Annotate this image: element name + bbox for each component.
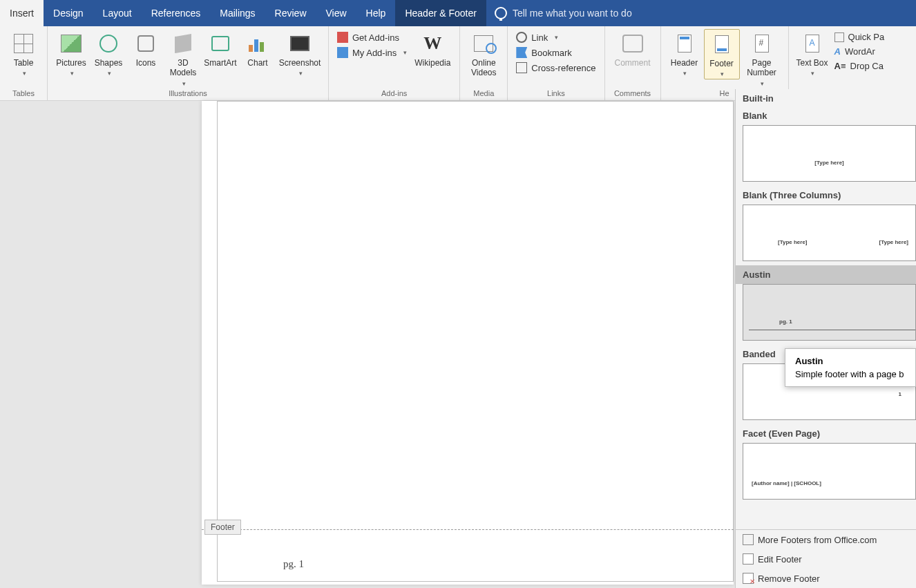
link-button[interactable]: Link▾	[513, 30, 598, 44]
tab-review[interactable]: Review	[265, 0, 316, 26]
text-box-button[interactable]: Text Box	[794, 29, 830, 78]
group-illustrations: Pictures Shapes Icons 3D Models SmartArt…	[48, 26, 329, 100]
online-videos-button[interactable]: Online Videos	[466, 29, 502, 78]
group-links: Link▾ Bookmark Cross-reference Links	[508, 26, 604, 100]
bookmark-button[interactable]: Bookmark	[513, 46, 598, 59]
gallery-icon	[743, 534, 754, 545]
screenshot-button[interactable]: Screenshot	[277, 29, 323, 78]
3d-models-button[interactable]: 3D Models	[165, 29, 201, 88]
chart-button[interactable]: Chart	[240, 29, 276, 68]
group-tables: Table Tables	[0, 26, 48, 100]
tell-me-wrap	[486, 0, 673, 26]
video-icon	[474, 35, 493, 52]
quick-parts-icon	[834, 32, 844, 42]
header-icon	[678, 35, 691, 53]
icons-icon	[137, 35, 154, 52]
austin-tooltip: Austin Simple footer with a page b	[785, 348, 916, 387]
preview-austin: pg. 1	[743, 284, 916, 341]
quick-parts-button[interactable]: Quick Pa	[832, 30, 888, 44]
group-comments: Comment Comments	[605, 26, 661, 100]
remove-icon	[743, 573, 754, 584]
edit-footer-button[interactable]: Edit Footer	[736, 549, 916, 569]
preview-blank-3col: [Type here] [Type here]	[743, 205, 916, 261]
tab-design[interactable]: Design	[44, 0, 93, 26]
cross-reference-button[interactable]: Cross-reference	[513, 61, 598, 75]
tab-insert[interactable]: Insert	[0, 0, 44, 26]
footer-button[interactable]: Footer	[704, 29, 740, 79]
header-button[interactable]: Header	[667, 29, 703, 78]
cross-ref-icon	[516, 62, 527, 73]
remove-footer-button[interactable]: Remove Footer	[736, 569, 916, 588]
wordart-icon: A	[834, 46, 841, 57]
table-icon	[14, 34, 33, 53]
shapes-icon	[99, 35, 117, 53]
tab-strip: Insert Design Layout References Mailings…	[0, 0, 916, 26]
group-links-label: Links	[513, 89, 598, 100]
footer-gallery: Built-in Blank [Type here] Blank (Three …	[735, 89, 916, 588]
table-label: Table	[14, 58, 34, 68]
comment-button[interactable]: Comment	[611, 29, 655, 68]
gallery-footer-commands: More Footers from Office.com Edit Footer…	[736, 529, 916, 588]
wikipedia-icon: W	[423, 32, 441, 54]
lightbulb-icon	[495, 7, 507, 19]
smartart-icon	[211, 36, 229, 51]
text-box-icon	[805, 35, 819, 53]
footer-boundary	[202, 529, 734, 530]
smartart-button[interactable]: SmartArt	[202, 29, 238, 68]
document-page[interactable]: pg. 1	[202, 101, 734, 585]
page-number-text: pg. 1	[283, 558, 304, 570]
tab-references[interactable]: References	[142, 0, 211, 26]
link-icon	[516, 32, 527, 43]
group-tables-label: Tables	[6, 89, 41, 100]
tell-me-input[interactable]	[513, 8, 665, 19]
gallery-item-austin[interactable]: Austin pg. 1	[736, 265, 916, 345]
group-comments-label: Comments	[611, 89, 655, 100]
tab-mailings[interactable]: Mailings	[210, 0, 265, 26]
gallery-item-blank[interactable]: Blank [Type here]	[736, 106, 916, 186]
chart-icon	[249, 35, 267, 52]
wordart-button[interactable]: AWordAr	[832, 45, 888, 58]
wikipedia-button[interactable]: WWikipedia	[411, 29, 454, 68]
icons-button[interactable]: Icons	[128, 29, 164, 68]
tab-help[interactable]: Help	[356, 0, 396, 26]
tab-layout[interactable]: Layout	[93, 0, 142, 26]
group-addins: Get Add-ins My Add-ins▾ WWikipedia Add-i…	[329, 26, 460, 100]
pictures-icon	[61, 35, 82, 53]
screenshot-icon	[290, 36, 309, 51]
my-addins-button[interactable]: My Add-ins▾	[334, 46, 410, 59]
addins-icon	[337, 47, 348, 58]
tab-header-footer[interactable]: Header & Footer	[395, 0, 486, 26]
drop-cap-icon: A≡	[834, 61, 846, 71]
3d-icon	[175, 34, 191, 53]
group-illustrations-label: Illustrations	[53, 89, 323, 100]
footer-tag: Footer	[204, 520, 241, 535]
tab-view[interactable]: View	[316, 0, 356, 26]
page-border	[217, 101, 734, 582]
footer-icon	[715, 35, 729, 53]
more-footers-button[interactable]: More Footers from Office.com	[736, 530, 916, 549]
page-number-button[interactable]: Page Number	[741, 29, 783, 88]
gallery-item-facet[interactable]: Facet (Even Page) [Author name] | [SCHOO…	[736, 424, 916, 504]
workspace: pg. 1 Footer Built-in Blank [Type here] …	[0, 101, 916, 588]
group-media-label: Media	[466, 89, 502, 100]
group-addins-label: Add-ins	[334, 89, 454, 100]
pictures-button[interactable]: Pictures	[53, 29, 89, 78]
shapes-button[interactable]: Shapes	[90, 29, 126, 78]
gallery-item-blank-3col[interactable]: Blank (Three Columns) [Type here] [Type …	[736, 186, 916, 265]
preview-blank: [Type here]	[743, 125, 916, 182]
preview-facet: [Author name] | [SCHOOL]	[743, 443, 916, 500]
drop-cap-button[interactable]: A≡Drop Ca	[832, 59, 888, 73]
group-media: Online Videos Media	[460, 26, 508, 100]
comment-icon	[622, 35, 643, 53]
bookmark-icon	[516, 47, 527, 58]
store-icon	[337, 32, 348, 43]
get-addins-button[interactable]: Get Add-ins	[334, 30, 410, 44]
table-button[interactable]: Table	[6, 29, 41, 78]
edit-icon	[743, 553, 754, 565]
page-number-icon	[755, 35, 769, 53]
gallery-builtin-header: Built-in	[736, 89, 916, 106]
